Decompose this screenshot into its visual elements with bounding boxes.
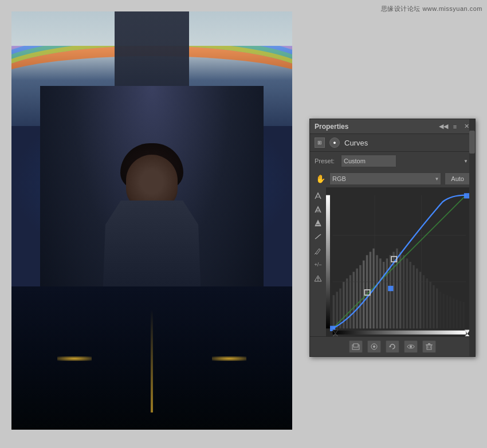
curve-graph [326, 187, 473, 336]
bottom-toolbar [310, 336, 475, 356]
svg-rect-21 [376, 255, 378, 328]
svg-rect-54 [388, 286, 393, 291]
curves-grid-icon: ⊞ [315, 137, 325, 148]
svg-rect-41 [443, 294, 445, 329]
svg-rect-8 [333, 295, 335, 328]
main-canvas [11, 11, 292, 430]
channel-select-wrapper: RGB Red Green Blue [329, 172, 441, 185]
hand-tool-icon[interactable]: ✋ [315, 173, 326, 184]
levels-tool[interactable]: +/− [312, 258, 324, 271]
panel-titlebar: Properties ◀◀ ≡ ✕ [310, 119, 475, 134]
channel-row: ✋ RGB Red Green Blue Auto [310, 170, 475, 187]
svg-rect-18 [366, 255, 368, 328]
svg-rect-24 [386, 258, 388, 328]
street-light-right [212, 356, 246, 361]
tools-sidebar: +/− [310, 187, 326, 336]
svg-rect-45 [456, 300, 458, 328]
svg-rect-39 [436, 289, 438, 329]
svg-point-70 [410, 345, 412, 348]
svg-rect-12 [346, 278, 348, 328]
sample-midtones-tool[interactable] [312, 203, 324, 216]
clip-to-layer-button[interactable] [349, 340, 363, 353]
svg-rect-38 [433, 285, 434, 329]
svg-rect-46 [459, 301, 461, 329]
panel-title-controls: ◀◀ ≡ ✕ [439, 123, 470, 131]
road-center-line [151, 309, 153, 412]
svg-rect-33 [416, 269, 418, 329]
svg-point-6 [317, 280, 319, 281]
sample-highlights-tool[interactable] [312, 217, 324, 230]
svg-rect-58 [333, 331, 466, 335]
curve-canvas[interactable] [326, 187, 473, 336]
preset-select-wrapper: Custom Default Strong Contrast Linear Co… [341, 155, 470, 167]
pencil-tool[interactable] [312, 245, 324, 257]
visibility-button[interactable] [404, 340, 418, 353]
panel-collapse-button[interactable]: ◀◀ [439, 123, 447, 131]
svg-rect-36 [426, 278, 428, 328]
svg-rect-40 [439, 292, 441, 328]
preset-row: Preset: Custom Default Strong Contrast L… [310, 152, 475, 170]
svg-rect-55 [464, 193, 469, 198]
svg-rect-42 [446, 295, 447, 328]
sample-shadows-tool[interactable] [312, 190, 324, 202]
svg-rect-29 [403, 255, 404, 328]
svg-rect-28 [399, 252, 401, 329]
preset-select[interactable]: Custom Default Strong Contrast Linear Co… [341, 155, 396, 167]
properties-panel: Properties ◀◀ ≡ ✕ ⊞ ● Curves Preset: Cus… [309, 119, 476, 357]
svg-marker-68 [389, 345, 391, 347]
panel-title: Properties [315, 123, 348, 131]
auto-button[interactable]: Auto [445, 172, 470, 185]
curves-header: ⊞ ● Curves [310, 134, 475, 152]
delete-button[interactable] [422, 340, 436, 353]
svg-rect-32 [413, 265, 414, 329]
street-scene [11, 286, 292, 430]
curves-adjustment-tool[interactable] [312, 231, 324, 243]
svg-rect-71 [427, 345, 431, 349]
svg-rect-44 [453, 298, 454, 328]
view-previous-button[interactable] [367, 340, 381, 353]
svg-rect-15 [356, 269, 358, 329]
svg-rect-31 [409, 262, 411, 328]
reset-button[interactable] [386, 340, 399, 353]
svg-rect-34 [419, 272, 421, 328]
svg-rect-10 [339, 289, 341, 329]
watermark: 思缘设计论坛 www.missyuan.com [381, 5, 482, 13]
warning-tool[interactable] [312, 272, 324, 285]
channel-select[interactable]: RGB Red Green Blue [329, 172, 441, 185]
svg-point-67 [373, 345, 375, 348]
svg-rect-23 [383, 262, 384, 328]
curves-circle-icon: ● [329, 137, 340, 148]
svg-rect-30 [406, 258, 408, 328]
svg-rect-65 [354, 344, 358, 347]
street-light-left [57, 356, 92, 361]
svg-rect-35 [423, 275, 425, 328]
svg-rect-47 [463, 302, 465, 329]
svg-rect-14 [353, 272, 355, 328]
tools-and-curve-area: +/− [310, 187, 475, 336]
curves-title-label: Curves [344, 139, 368, 147]
svg-line-3 [315, 253, 316, 254]
preset-label: Preset: [315, 158, 336, 164]
svg-rect-43 [449, 297, 451, 329]
svg-rect-59 [326, 195, 330, 329]
svg-rect-22 [379, 258, 381, 328]
svg-rect-13 [349, 275, 351, 328]
scrollbar-thumb[interactable] [469, 131, 475, 154]
svg-rect-37 [429, 282, 431, 328]
svg-rect-16 [359, 265, 361, 329]
panel-scrollbar[interactable] [469, 119, 475, 356]
panel-menu-button[interactable]: ≡ [451, 123, 459, 131]
